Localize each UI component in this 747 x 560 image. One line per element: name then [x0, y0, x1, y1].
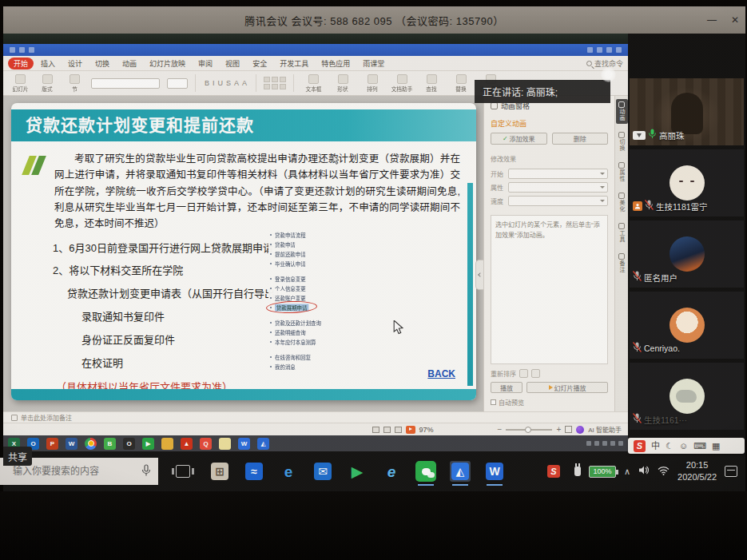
- search-input[interactable]: [11, 465, 131, 478]
- back-link[interactable]: BACK: [427, 368, 455, 379]
- ribbon-left-button-1[interactable]: 版式: [35, 74, 59, 93]
- battery-indicator[interactable]: 100%: [589, 466, 616, 478]
- inner-app-icon-9[interactable]: ▲: [181, 438, 193, 450]
- zoom-out-button[interactable]: −: [498, 426, 503, 434]
- sogou-tray-icon[interactable]: S: [547, 465, 560, 478]
- side-tab-0[interactable]: 动画: [616, 99, 628, 124]
- ai-assistant-icon[interactable]: [576, 426, 584, 434]
- side-tab-4[interactable]: 工具: [616, 220, 628, 245]
- ribbon-left-button-0[interactable]: 幻灯片: [8, 74, 32, 93]
- anim-field-select[interactable]: [508, 182, 608, 193]
- delete-effect-button[interactable]: 删除: [552, 133, 609, 145]
- format-button-2[interactable]: U: [217, 79, 225, 87]
- slideshow-button[interactable]: [406, 426, 415, 434]
- inner-app-icon-3[interactable]: W: [66, 438, 77, 450]
- tray-expand-icon[interactable]: ∧: [624, 467, 630, 477]
- tencent-video-icon[interactable]: ▶: [347, 461, 368, 482]
- side-tab-5[interactable]: 备注: [616, 251, 628, 276]
- inner-app-icon-5[interactable]: B: [104, 438, 116, 450]
- wps-tab-8[interactable]: 安全: [247, 58, 272, 70]
- side-tab-2[interactable]: 属性: [616, 160, 628, 185]
- notes-bar[interactable]: 单击此处添加备注: [3, 411, 628, 423]
- wifi-icon[interactable]: [658, 464, 670, 479]
- inner-app-icon-4[interactable]: [85, 438, 97, 450]
- ribbon-right-button-3[interactable]: 文档助手: [390, 74, 414, 93]
- wps-tab-10[interactable]: 特色应用: [316, 58, 356, 70]
- anim-field-select[interactable]: [508, 169, 608, 179]
- side-tab-1[interactable]: 切换: [616, 129, 628, 154]
- pane-collapse-handle[interactable]: [475, 260, 483, 290]
- move-down-button[interactable]: [531, 369, 540, 378]
- find-command[interactable]: 查找命令: [586, 58, 623, 69]
- font-name-box[interactable]: [91, 78, 160, 89]
- wps-tab-4[interactable]: 动画: [117, 58, 142, 70]
- wechat-icon[interactable]: [415, 461, 436, 482]
- wps-tab-0[interactable]: 开始: [8, 58, 34, 70]
- wps-tab-11[interactable]: 雨课堂: [357, 58, 390, 70]
- fit-slide-button[interactable]: [565, 426, 572, 433]
- mail-icon[interactable]: ✉: [312, 461, 333, 482]
- inner-app-icon-6[interactable]: O: [123, 438, 135, 450]
- ribbon-right-button-5[interactable]: 替换: [449, 74, 473, 93]
- inner-app-icon-13[interactable]: ◭: [257, 438, 269, 450]
- action-center-icon[interactable]: [725, 466, 737, 477]
- alignment-buttons[interactable]: [264, 77, 286, 89]
- inner-app-icon-7[interactable]: ▶: [142, 438, 154, 450]
- inner-app-icon-2[interactable]: P: [46, 438, 58, 450]
- reading-view-icon[interactable]: [395, 427, 402, 433]
- wps-icon[interactable]: W: [484, 461, 505, 482]
- minimize-icon[interactable]: —: [707, 15, 717, 25]
- format-button-5[interactable]: A: [240, 79, 248, 87]
- ms-store-icon[interactable]: ⊞: [209, 461, 230, 482]
- wps-tab-2[interactable]: 设计: [62, 58, 88, 70]
- side-tab-3[interactable]: 美化: [616, 190, 628, 215]
- add-effect-button[interactable]: ✓添加效果: [491, 133, 547, 145]
- wps-tab-6[interactable]: 审阅: [193, 58, 218, 70]
- participant-tile[interactable]: Cenriyao.: [630, 292, 744, 359]
- close-icon[interactable]: ✕: [731, 15, 739, 25]
- inner-app-icon-10[interactable]: Q: [200, 438, 212, 450]
- inner-app-icon-12[interactable]: W: [238, 438, 250, 450]
- blue-swirl-app-icon[interactable]: ≈: [244, 461, 264, 482]
- participant-tile[interactable]: 生技1181雷宁: [630, 149, 744, 216]
- ribbon-left-button-2[interactable]: 节: [62, 74, 86, 93]
- participant-tile[interactable]: 生技1161···: [630, 363, 744, 430]
- wps-tab-5[interactable]: 幻灯片放映: [144, 58, 191, 70]
- taskbar-clock[interactable]: 20:15 2020/5/22: [677, 459, 717, 483]
- voice-search-icon[interactable]: [141, 464, 151, 480]
- ribbon-right-button-1[interactable]: 形状: [331, 74, 355, 93]
- zoom-slider[interactable]: [506, 429, 552, 431]
- sogou-item-5[interactable]: ▦: [712, 442, 720, 451]
- font-size-box[interactable]: [167, 78, 188, 89]
- zoom-in-button[interactable]: +: [556, 426, 561, 434]
- inner-app-icon-11[interactable]: [219, 438, 231, 450]
- auto-preview-row[interactable]: 自动预览: [491, 398, 608, 407]
- normal-view-icon[interactable]: [372, 427, 379, 433]
- inner-app-icon-8[interactable]: [161, 438, 173, 450]
- participant-tile[interactable]: 匿名用户: [630, 220, 744, 288]
- wps-tab-3[interactable]: 切换: [89, 58, 115, 70]
- view-toggle-icon[interactable]: [633, 131, 646, 140]
- edge-icon[interactable]: e: [278, 461, 299, 482]
- ribbon-right-button-0[interactable]: 文本框: [301, 74, 325, 93]
- ribbon-right-button-4[interactable]: 查找: [419, 74, 443, 93]
- sogou-item-1[interactable]: 中: [651, 442, 660, 451]
- sogou-item-3[interactable]: ☺: [679, 442, 688, 451]
- format-button-3[interactable]: S: [224, 79, 232, 87]
- slideshow-play-button[interactable]: 幻灯片播放: [526, 382, 608, 393]
- play-button[interactable]: 播放: [491, 382, 523, 393]
- wps-tab-1[interactable]: 插入: [35, 58, 61, 70]
- wps-tab-9[interactable]: 开发工具: [274, 58, 314, 70]
- ribbon-right-button-2[interactable]: 排列: [360, 74, 384, 93]
- sogou-item-4[interactable]: ⌨: [693, 442, 706, 451]
- format-button-0[interactable]: B: [203, 79, 211, 87]
- wps-titlebar-right-icons[interactable]: [587, 47, 622, 53]
- internet-explorer-icon[interactable]: e: [381, 461, 402, 482]
- move-up-button[interactable]: [519, 369, 528, 378]
- participant-tile[interactable]: 高丽珠: [630, 78, 744, 145]
- speaker-icon[interactable]: [638, 464, 650, 479]
- wps-tab-7[interactable]: 视图: [220, 58, 245, 70]
- format-button-4[interactable]: A: [232, 79, 240, 87]
- sogou-logo-icon[interactable]: S: [634, 440, 646, 452]
- wps-quick-access-icons[interactable]: [10, 47, 34, 53]
